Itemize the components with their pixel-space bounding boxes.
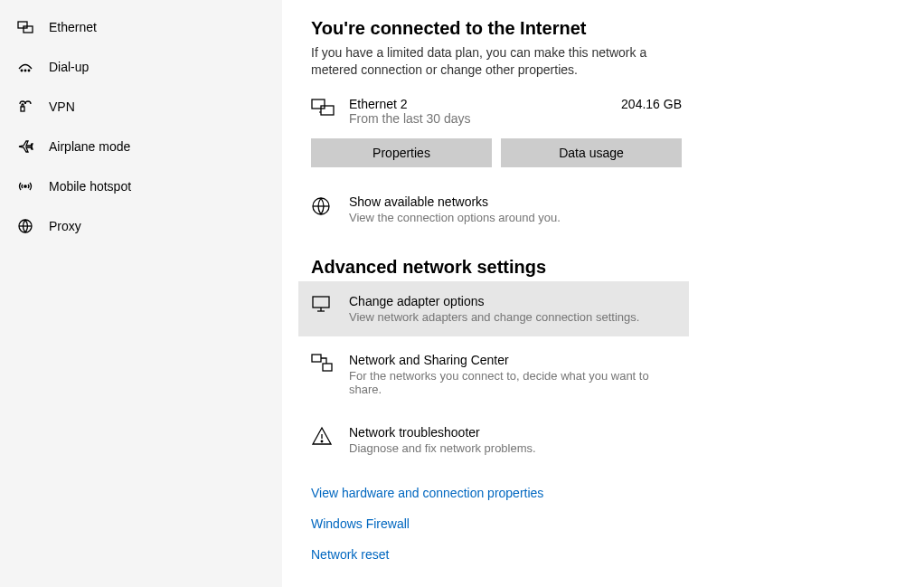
link-windows-firewall[interactable]: Windows Firewall [311,516,906,531]
globe-icon [311,194,333,224]
ethernet-icon [16,18,34,36]
properties-button[interactable]: Properties [311,138,492,167]
link-hardware-properties[interactable]: View hardware and connection properties [311,486,906,500]
option-title: Network troubleshooter [349,425,536,440]
sidebar-item-mobile-hotspot[interactable]: Mobile hotspot [0,166,282,206]
network-troubleshooter[interactable]: Network troubleshooter Diagnose and fix … [298,412,689,468]
svg-rect-5 [21,107,24,111]
adapter-icon [311,294,333,316]
option-title: Change adapter options [349,294,639,308]
network-sharing-center[interactable]: Network and Sharing Center For the netwo… [298,340,689,409]
sidebar-item-dialup[interactable]: Dial-up [0,47,282,87]
monitor-icon [311,97,333,121]
svg-rect-11 [313,297,329,308]
sidebar-item-airplane-mode[interactable]: Airplane mode [0,127,282,166]
sidebar-item-vpn[interactable]: VPN [0,87,282,127]
sidebar-item-label: Proxy [49,219,81,233]
hotspot-icon [16,177,34,195]
airplane-icon [16,137,34,156]
option-desc: For the networks you connect to, decide … [349,369,678,396]
warning-icon [311,425,333,449]
connection-usage: 204.16 GB [621,97,682,126]
sidebar-item-label: Dial-up [49,60,89,74]
svg-point-14 [321,440,323,442]
svg-rect-9 [321,106,334,115]
sidebar-item-proxy[interactable]: Proxy [0,206,282,246]
page-subtext: If you have a limited data plan, you can… [311,44,691,79]
show-available-networks[interactable]: Show available networks View the connect… [311,191,691,228]
svg-rect-13 [323,364,332,371]
sidebar-item-ethernet[interactable]: Ethernet [0,7,282,47]
option-desc: View network adapters and change connect… [349,310,639,324]
proxy-icon [16,217,34,235]
sharing-icon [311,353,333,374]
svg-rect-8 [312,99,325,109]
svg-point-6 [24,185,26,187]
svg-rect-12 [312,355,321,362]
data-usage-button[interactable]: Data usage [501,138,682,167]
svg-point-2 [21,70,23,71]
change-adapter-options[interactable]: Change adapter options View network adap… [298,281,689,336]
sidebar-item-label: VPN [49,99,75,114]
dialup-icon [16,58,34,76]
sidebar-item-label: Airplane mode [49,139,130,154]
vpn-icon [16,98,34,116]
connection-name: Ethernet 2 [349,97,471,111]
page-heading: You're connected to the Internet [311,18,906,39]
advanced-heading: Advanced network settings [311,257,906,278]
connection-block: Ethernet 2 From the last 30 days 204.16 … [311,97,906,167]
sidebar-item-label: Mobile hotspot [49,179,131,194]
option-desc: Diagnose and fix network problems. [349,441,536,455]
svg-point-3 [24,70,26,71]
sidebar-item-label: Ethernet [49,20,97,34]
svg-point-4 [28,70,30,71]
svg-rect-0 [18,22,27,28]
svg-rect-1 [24,26,33,33]
available-desc: View the connection options around you. [349,211,561,224]
main-content: You're connected to the Internet If you … [282,0,924,587]
option-title: Network and Sharing Center [349,353,678,367]
connection-period: From the last 30 days [349,111,471,126]
available-title: Show available networks [349,194,561,209]
link-network-reset[interactable]: Network reset [311,547,906,562]
sidebar: Ethernet Dial-up VPN Airplane mode Mobil… [0,0,282,587]
